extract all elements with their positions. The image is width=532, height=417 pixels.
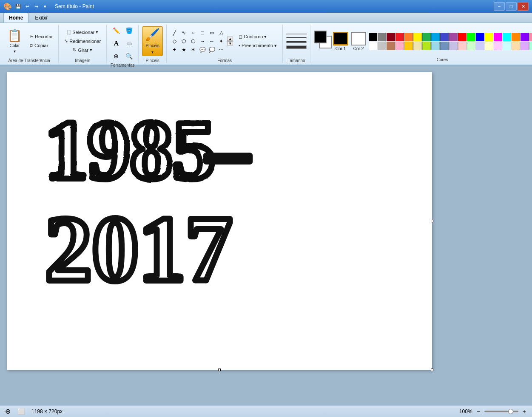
color-silver[interactable] [378, 42, 386, 50]
color-yellow[interactable] [413, 33, 422, 41]
cor1-labeled[interactable]: Cor 1 [333, 32, 348, 51]
tab-home[interactable]: Home [3, 13, 28, 23]
shape-more[interactable]: ⋯ [217, 46, 225, 54]
close-button[interactable]: ✕ [518, 2, 529, 11]
shape-star6[interactable]: ✶ [189, 46, 197, 54]
shape-arrow-l[interactable]: ← [208, 37, 216, 45]
zoom-thumb[interactable] [508, 409, 513, 414]
shape-pentagon[interactable]: ⬠ [179, 37, 188, 45]
redimensionar-button[interactable]: ⤡ Redimensionar [62, 37, 103, 45]
color-r12[interactable] [467, 42, 475, 50]
color-gray[interactable] [378, 33, 386, 41]
shape-line[interactable]: ╱ [170, 29, 179, 37]
size-2-button[interactable] [286, 37, 307, 38]
shape-callout2[interactable]: 💭 [208, 46, 216, 54]
color-purple[interactable] [449, 33, 458, 41]
shape-curve[interactable]: ∿ [179, 29, 188, 37]
color-amber[interactable] [404, 42, 413, 50]
color-r17[interactable] [512, 42, 520, 50]
shapes-scroll-up[interactable]: ▲ [227, 37, 233, 41]
color-r1[interactable] [458, 33, 467, 41]
shape-oval[interactable]: ○ [189, 29, 197, 37]
color-brown[interactable] [387, 42, 395, 50]
color-r9[interactable] [529, 33, 532, 41]
size-1-button[interactable] [286, 34, 307, 34]
color-r11[interactable] [458, 42, 467, 50]
brushes-button[interactable]: 🖌️ Pincéis ▾ [142, 26, 163, 56]
shape-star4[interactable]: ✦ [170, 46, 179, 54]
canvas-area[interactable]: 1985 – 2017 [0, 65, 532, 405]
shape-triangle[interactable]: △ [217, 29, 225, 37]
maximize-button[interactable]: □ [506, 2, 517, 11]
color-r5[interactable] [494, 33, 502, 41]
color-r4[interactable] [485, 33, 493, 41]
size-4-button[interactable] [286, 45, 307, 49]
quick-redo-button[interactable]: ↪ [32, 3, 40, 10]
color-r13[interactable] [476, 42, 484, 50]
colorpicker-button[interactable]: ⊕ [110, 50, 122, 62]
contorno-button[interactable]: ◻ Contorno ▾ [236, 33, 279, 41]
shape-rrect[interactable]: ▭ [208, 29, 216, 37]
color1-box[interactable] [314, 31, 327, 43]
color-red[interactable] [395, 33, 404, 41]
color-r8[interactable] [521, 33, 529, 41]
cor1-swatch[interactable] [333, 32, 348, 45]
quick-save-button[interactable]: 💾 [14, 3, 22, 10]
color-r6[interactable] [503, 33, 511, 41]
resize-handle-bottom[interactable] [218, 369, 221, 371]
quick-undo-button[interactable]: ↩ [23, 3, 31, 10]
color-skyblue[interactable] [431, 42, 440, 50]
color-r14[interactable] [485, 42, 493, 50]
copiar-button[interactable]: ⧉ Copiar [28, 42, 55, 50]
selecionar-button[interactable]: ⬚ Selecionar ▾ [65, 28, 100, 36]
resize-handle-corner[interactable] [431, 369, 433, 371]
text-button[interactable]: A [110, 37, 122, 49]
color-orange[interactable] [404, 33, 413, 41]
eraser-button[interactable]: ▭ [123, 37, 135, 49]
shape-rect[interactable]: □ [198, 29, 207, 37]
resize-handle-right[interactable] [431, 220, 433, 222]
color-indigo[interactable] [440, 33, 449, 41]
color-green[interactable] [422, 33, 431, 41]
color-lavender[interactable] [449, 42, 458, 50]
shape-diamond[interactable]: ◇ [170, 37, 179, 45]
tab-exibir[interactable]: Exibir [29, 13, 53, 23]
color-steelblue[interactable] [440, 42, 449, 50]
fill-button[interactable]: 🪣 [123, 25, 135, 37]
color-blue[interactable] [431, 33, 440, 41]
zoom-minus-button[interactable]: − [476, 408, 481, 415]
color-r16[interactable] [503, 42, 511, 50]
paint-canvas[interactable]: 1985 – 2017 [7, 72, 432, 370]
quick-dropdown-button[interactable]: ▾ [41, 3, 49, 10]
shape-hex[interactable]: ⬡ [189, 37, 197, 45]
color-white[interactable] [369, 42, 377, 50]
recortar-button[interactable]: ✂ Recortar [28, 33, 55, 41]
color-pink[interactable] [395, 42, 404, 50]
shape-star5[interactable]: ★ [179, 46, 188, 54]
color-lime[interactable] [422, 42, 431, 50]
color-r18[interactable] [521, 42, 529, 50]
color-darkred[interactable] [387, 33, 395, 41]
shape-callout1[interactable]: 💬 [198, 46, 207, 54]
cor2-swatch[interactable] [351, 32, 366, 45]
preenchimento-button[interactable]: ▪ Preenchimento ▾ [236, 42, 279, 50]
shapes-scroll-down[interactable]: ▼ [227, 41, 233, 45]
shape-4arrow[interactable]: ✦ [217, 37, 225, 45]
color-r15[interactable] [494, 42, 502, 50]
minimize-button[interactable]: − [494, 2, 505, 11]
color-cream[interactable] [413, 42, 422, 50]
cor2-labeled[interactable]: Cor 2 [351, 32, 366, 51]
paste-button[interactable]: 📋 Colar ▾ [3, 26, 26, 56]
girar-button[interactable]: ↻ Girar ▾ [71, 46, 94, 54]
shape-arrow-r[interactable]: → [198, 37, 207, 45]
zoom-slider[interactable] [484, 411, 518, 412]
zoom-button[interactable]: 🔍 [123, 50, 135, 62]
color-r7[interactable] [512, 33, 520, 41]
pencil-button[interactable]: ✏️ [110, 25, 122, 37]
zoom-plus-button[interactable]: + [522, 408, 527, 415]
size-3-button[interactable] [286, 41, 307, 43]
color-black[interactable] [369, 33, 377, 41]
color-r3[interactable] [476, 33, 484, 41]
color-r2[interactable] [467, 33, 475, 41]
color-r19[interactable] [529, 42, 532, 50]
